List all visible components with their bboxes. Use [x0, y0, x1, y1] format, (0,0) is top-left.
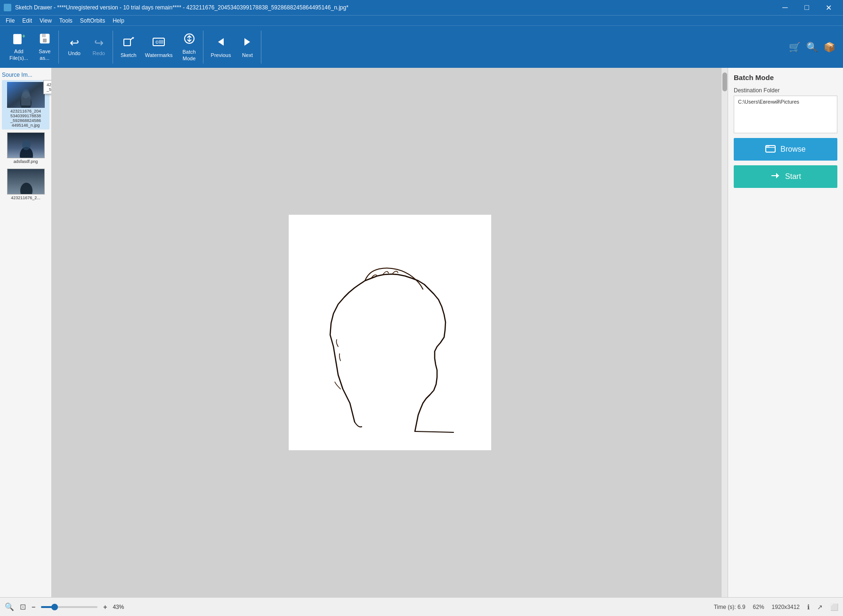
destination-path: C:\Users\Евгений\Pictures — [734, 96, 837, 133]
menu-edit[interactable]: Edit — [18, 16, 36, 25]
next-button[interactable]: Next — [235, 33, 259, 61]
box-icon[interactable]: 📦 — [824, 41, 835, 53]
svg-rect-26 — [766, 146, 770, 147]
watermarks-icon: © — [152, 35, 165, 50]
title-bar: Sketch Drawer - ****Unregistered version… — [0, 0, 843, 15]
file-panel-header: Source Im... — [2, 70, 49, 80]
add-files-icon: + — [13, 32, 25, 47]
dimensions-display: 1920x3412 — [772, 604, 800, 610]
restore-button[interactable]: □ — [796, 0, 818, 15]
status-right: Time (s): 6.9 62% 1920x3412 ℹ ↗ ⬜ — [714, 603, 838, 611]
zoom-slider[interactable] — [41, 606, 97, 608]
svg-rect-24 — [289, 215, 491, 450]
menu-bar: File Edit View Tools SoftOrbits Help — [0, 15, 843, 25]
file-item-1[interactable]: 423211676_2045340399178838_5928688245864… — [2, 80, 49, 130]
sketch-icon — [122, 35, 135, 50]
toolbar-right: 🛒 🔍 📦 — [789, 41, 839, 53]
close-button[interactable]: ✕ — [818, 0, 839, 15]
menu-help[interactable]: Help — [109, 16, 128, 25]
right-panel: Batch Mode Destination Folder C:\Users\Е… — [728, 68, 843, 597]
file-panel: Source Im... 423211676_2045340399178838_… — [0, 68, 52, 597]
svg-rect-0 — [14, 34, 21, 44]
toolbar: + AddFile(s)... Saveas... ↩ Undo ↪ Redo … — [0, 25, 843, 68]
start-label: Start — [785, 172, 801, 181]
svg-rect-16 — [7, 82, 45, 108]
window-title: Sketch Drawer - ****Unregistered version… — [15, 4, 349, 11]
undo-label: Undo — [68, 50, 81, 57]
file-name-1: 423211676_2045340399178838_5928688245864… — [10, 109, 41, 128]
svg-text:+: + — [22, 33, 25, 40]
svg-point-21 — [22, 140, 31, 150]
main-content: Source Im... 423211676_2045340399178838_… — [0, 68, 843, 597]
batch-mode-icon — [183, 32, 196, 47]
file-thumbnail-2 — [7, 132, 45, 158]
vertical-scrollbar[interactable] — [721, 68, 728, 597]
zoom-handle[interactable] — [51, 604, 58, 610]
svg-rect-4 — [42, 34, 46, 37]
save-as-icon — [39, 32, 51, 47]
file-item-2[interactable]: adsfasdf.png — [2, 130, 49, 166]
menu-file[interactable]: File — [2, 16, 18, 25]
svg-marker-14 — [218, 38, 224, 46]
browse-icon — [765, 143, 776, 156]
batch-mode-label: BatchMode — [183, 49, 196, 61]
toolbar-group-file: + AddFile(s)... Saveas... — [4, 31, 59, 64]
start-button[interactable]: Start — [734, 165, 837, 188]
toolbar-group-edit: ↩ Undo ↪ Redo — [61, 31, 113, 64]
file-name-2: adsfasdf.png — [14, 159, 38, 164]
browse-button[interactable]: Browse — [734, 138, 837, 161]
redo-icon: ↪ — [94, 37, 104, 49]
sketch-button[interactable]: Sketch — [117, 33, 140, 61]
info-icon[interactable]: ℹ — [807, 603, 810, 611]
add-files-label: AddFile(s)... — [9, 49, 28, 61]
svg-rect-11 — [159, 40, 163, 44]
menu-tools[interactable]: Tools — [56, 16, 76, 25]
watermarks-button[interactable]: © Watermarks — [141, 33, 177, 61]
zoom-slider-fill — [41, 606, 52, 608]
zoom-percent: 43% — [113, 604, 124, 610]
next-icon — [241, 35, 254, 50]
file-name-3: 423211676_2... — [11, 195, 41, 200]
undo-button[interactable]: ↩ Undo — [63, 33, 86, 61]
next-label: Next — [242, 52, 253, 58]
add-files-button[interactable]: + AddFile(s)... — [6, 33, 32, 61]
svg-text:©: © — [155, 40, 159, 45]
search-icon[interactable]: 🔍 — [806, 41, 818, 53]
batch-mode-title: Batch Mode — [734, 73, 837, 81]
minimize-button[interactable]: ─ — [774, 0, 796, 15]
sketch-drawing — [289, 215, 491, 450]
export-icon[interactable]: ⬜ — [830, 603, 838, 611]
menu-view[interactable]: View — [36, 16, 56, 25]
previous-label: Previous — [211, 52, 231, 58]
zoom-in-icon[interactable]: + — [103, 603, 107, 611]
fit-page-icon[interactable]: ⊡ — [20, 602, 26, 611]
watermarks-label: Watermarks — [145, 52, 173, 58]
undo-icon: ↩ — [70, 37, 79, 49]
sketch-label: Sketch — [121, 52, 137, 58]
redo-label: Redo — [93, 50, 105, 57]
file-item-3[interactable]: 423211676_2... — [2, 167, 49, 202]
svg-marker-15 — [244, 38, 250, 46]
browse-label: Browse — [780, 145, 805, 154]
file-tooltip-1: 423211676_2045340399178838_5928688245864… — [43, 80, 52, 94]
cart-icon[interactable]: 🛒 — [789, 41, 801, 53]
destination-label: Destination Folder — [734, 87, 837, 94]
save-as-label: Saveas... — [39, 49, 50, 61]
previous-button[interactable]: Previous — [207, 33, 235, 61]
zoom-out-icon[interactable]: − — [32, 603, 35, 611]
batch-mode-button[interactable]: BatchMode — [178, 33, 201, 61]
start-icon — [770, 170, 780, 183]
menu-softorbits[interactable]: SoftOrbits — [76, 16, 109, 25]
preview-area — [52, 68, 728, 597]
sketch-canvas — [289, 215, 491, 450]
scroll-thumb[interactable] — [722, 73, 727, 91]
redo-button[interactable]: ↪ Redo — [87, 33, 111, 61]
scale-display: 62% — [753, 604, 764, 610]
time-display: Time (s): 6.9 — [714, 604, 746, 610]
save-as-button[interactable]: Saveas... — [33, 33, 57, 61]
file-thumbnail-1 — [7, 82, 45, 108]
zoom-search-icon[interactable]: 🔍 — [5, 602, 14, 611]
share-icon[interactable]: ↗ — [817, 603, 823, 611]
previous-icon — [214, 35, 227, 50]
title-bar-controls: ─ □ ✕ — [774, 0, 839, 15]
